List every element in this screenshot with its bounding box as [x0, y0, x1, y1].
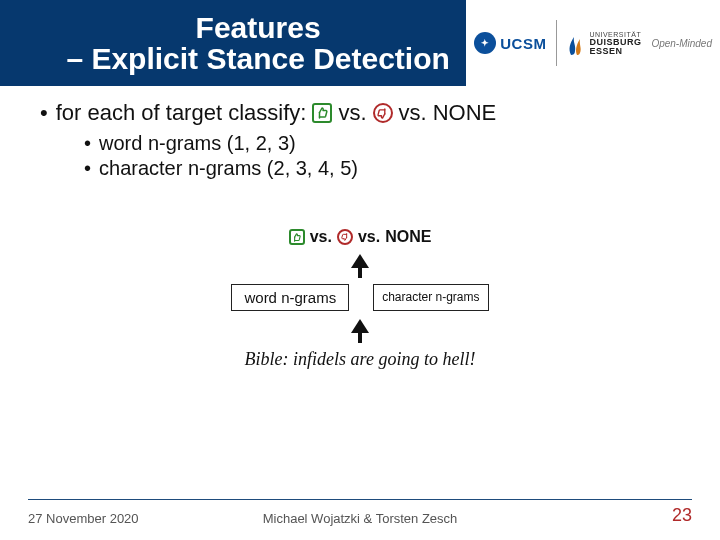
flame-icon — [567, 29, 583, 57]
slide-body: • for each of target classify: vs. vs. N… — [0, 86, 720, 370]
sub-bullet-list: •word n-grams (1, 2, 3) •character n-gra… — [40, 132, 680, 180]
arrow-up-icon — [40, 319, 680, 343]
footer-authors: Michael Wojatzki & Torsten Zesch — [263, 511, 458, 526]
thumbs-up-icon — [312, 103, 332, 123]
title-line-2: – Explicit Stance Detection — [60, 43, 456, 75]
bullet-dot-icon: • — [84, 132, 91, 155]
feature-boxes: word n-grams character n-grams — [40, 284, 680, 311]
ucsm-text: UCSM — [500, 35, 546, 52]
main-bullet-text: for each of target classify: — [56, 100, 307, 126]
diagram-classify-line: vs. vs. NONE — [40, 228, 680, 246]
footer-divider — [28, 499, 692, 500]
feature-box-char-ngrams: character n-grams — [373, 284, 488, 311]
none-label: NONE — [433, 100, 497, 126]
vs-label-4: vs. — [358, 228, 380, 246]
university-logo: UNIVERSITÄT DUISBURG ESSEN — [567, 29, 641, 57]
vs-label-1: vs. — [338, 100, 366, 126]
uni-motto: Open-Minded — [651, 38, 712, 49]
arrow-up-icon — [40, 254, 680, 278]
sub-bullet-2: •character n-grams (2, 3, 4, 5) — [84, 157, 680, 180]
main-bullet: • for each of target classify: vs. vs. N… — [40, 100, 680, 126]
diagram: vs. vs. NONE word n-grams character n-gr… — [40, 228, 680, 370]
title-line-1: Features — [60, 12, 456, 44]
vs-label-3: vs. — [310, 228, 332, 246]
thumbs-down-icon — [373, 103, 393, 123]
none-label-2: NONE — [385, 228, 431, 246]
uni-label-2: ESSEN — [589, 47, 641, 56]
footer-page-number: 23 — [672, 505, 692, 526]
bullet-dot-icon: • — [40, 102, 48, 124]
logo-divider — [556, 20, 557, 66]
sub-bullet-1: •word n-grams (1, 2, 3) — [84, 132, 680, 155]
slide-header: Features – Explicit Stance Detection ✦ U… — [0, 0, 720, 86]
example-sentence: Bible: infidels are going to hell! — [40, 349, 680, 370]
slide-title: Features – Explicit Stance Detection — [0, 12, 466, 75]
ucsm-badge-icon: ✦ — [474, 32, 496, 54]
thumbs-down-icon — [337, 229, 353, 245]
feature-box-word-ngrams: word n-grams — [231, 284, 349, 311]
footer-date: 27 November 2020 — [28, 511, 139, 526]
thumbs-up-icon — [289, 229, 305, 245]
bullet-dot-icon: • — [84, 157, 91, 180]
vs-label-2: vs. — [399, 100, 427, 126]
slide-footer: 27 November 2020 Michael Wojatzki & Tors… — [0, 505, 720, 526]
logo-area: ✦ UCSM UNIVERSITÄT DUISBURG ESSEN Open-M… — [466, 0, 720, 86]
